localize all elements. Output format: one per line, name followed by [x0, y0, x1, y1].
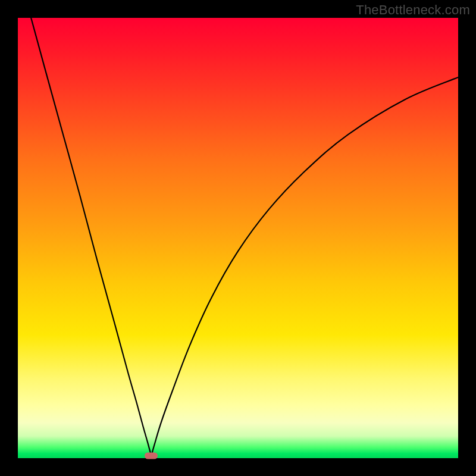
watermark-text: TheBottleneck.com [356, 2, 470, 18]
plot-area [18, 18, 458, 458]
curve-layer [18, 18, 458, 458]
min-marker [145, 452, 158, 459]
chart-frame: TheBottleneck.com [0, 0, 476, 476]
left-branch-path [31, 18, 151, 456]
right-branch-path [151, 77, 458, 456]
